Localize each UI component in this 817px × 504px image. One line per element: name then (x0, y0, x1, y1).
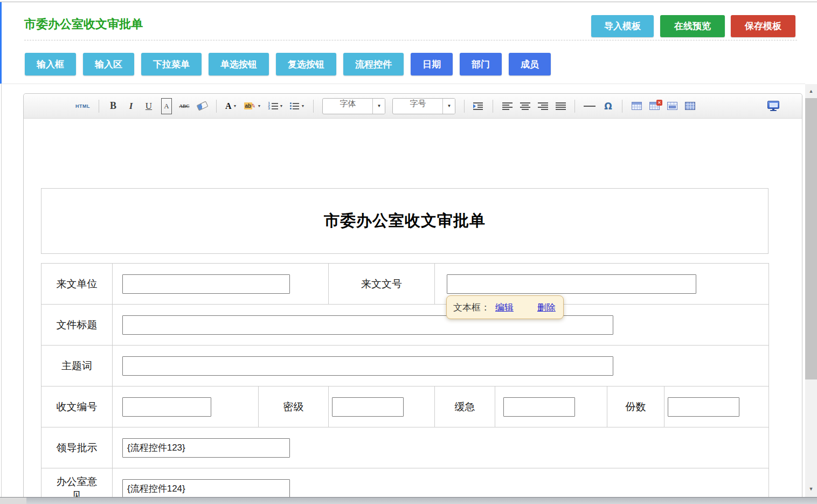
receive-number-cell (113, 386, 259, 427)
character-border-icon[interactable]: A (161, 98, 172, 114)
page-title: 市委办公室收文审批单 (24, 16, 143, 32)
ordered-list-icon[interactable]: 1 2 3 ▼ (268, 98, 283, 114)
add-member-button[interactable]: 成员 (509, 53, 551, 75)
font-color-icon[interactable]: A▼ (225, 98, 237, 114)
copies-label: 份数 (607, 386, 664, 427)
form-title: 市委办公室收文审批单 (324, 210, 486, 232)
special-character-icon[interactable]: Ω (603, 98, 613, 114)
header-divider (0, 84, 805, 84)
toolbar-separator (464, 100, 465, 113)
secrecy-input[interactable] (332, 397, 404, 417)
leader-comment-label: 领导批示 (41, 427, 113, 468)
source-unit-cell (113, 264, 329, 305)
table-properties-icon[interactable] (684, 98, 695, 114)
add-flow-control-button[interactable]: 流程控件 (343, 53, 404, 75)
left-border-line (1, 84, 2, 497)
highlight-color-icon[interactable]: ab✎▼ (244, 98, 261, 114)
chevron-down-icon[interactable]: ▼ (442, 99, 455, 114)
subject-words-label: 主题词 (41, 346, 113, 386)
font-family-select[interactable]: 字体 ▼ (322, 98, 385, 114)
rich-text-editor: HTML B I U A ABC A▼ ab✎▼ 1 2 3 ▼ ▼ 字体 (23, 93, 802, 504)
widget-tooltip: 文本框： 编辑 删除 (446, 295, 564, 319)
scrollbar-thumb[interactable] (805, 98, 817, 379)
doc-title-cell (113, 305, 769, 346)
strikethrough-icon[interactable]: ABC (179, 98, 190, 114)
doc-number-input[interactable] (447, 274, 696, 294)
insert-table-icon[interactable] (631, 98, 642, 114)
table-row: 领导批示 (41, 427, 769, 468)
unordered-list-icon[interactable]: ▼ (290, 98, 304, 114)
table-row: 来文单位 来文文号 (41, 264, 769, 305)
align-left-icon[interactable] (502, 98, 513, 114)
fullscreen-icon[interactable] (767, 101, 779, 111)
add-checkbox-button[interactable]: 复选按钮 (276, 53, 336, 75)
add-date-button[interactable]: 日期 (411, 53, 453, 75)
add-department-button[interactable]: 部门 (460, 53, 502, 75)
save-template-button[interactable]: 保存模板 (731, 15, 795, 37)
toolbar-separator (313, 100, 314, 113)
bottom-edge-bar (0, 497, 817, 504)
import-template-button[interactable]: 导入模板 (591, 15, 654, 37)
urgency-label: 缓急 (435, 386, 495, 427)
toolbar-separator (574, 100, 575, 113)
scrollbar-up-icon[interactable]: ▲ (805, 85, 817, 97)
chevron-down-icon[interactable]: ▼ (372, 99, 385, 114)
align-justify-icon[interactable] (555, 98, 566, 114)
doc-number-label: 来文文号 (329, 264, 435, 305)
secrecy-label: 密级 (259, 386, 329, 427)
widget-button-row: 输入框 输入区 下拉菜单 单选按钮 复选按钮 流程控件 日期 部门 成员 (25, 53, 551, 75)
add-dropdown-button[interactable]: 下拉菜单 (141, 53, 202, 75)
tooltip-label: 文本框： (453, 301, 490, 314)
doc-title-label: 文件标题 (41, 305, 113, 346)
align-right-icon[interactable] (537, 98, 548, 114)
toolbar-separator (99, 100, 99, 113)
vertical-scrollbar[interactable]: ▲ ▼ (805, 84, 817, 497)
source-unit-input[interactable] (122, 274, 290, 294)
editor-toolbar: HTML B I U A ABC A▼ ab✎▼ 1 2 3 ▼ ▼ 字体 (24, 94, 802, 119)
italic-icon[interactable]: I (126, 98, 136, 114)
editor-document[interactable]: 市委办公室收文审批单 来文单位 来文文号 文件标题 主题词 收文 (24, 119, 802, 504)
urgency-cell (495, 386, 607, 427)
font-size-select[interactable]: 字号 ▼ (392, 98, 455, 114)
scrollbar-corner (0, 498, 26, 504)
toolbar-separator (216, 100, 217, 113)
subject-words-input[interactable] (122, 356, 613, 376)
leader-comment-input[interactable] (122, 438, 290, 458)
edit-link[interactable]: 编辑 (495, 301, 514, 314)
table-row: 主题词 (41, 346, 769, 386)
add-textarea-button[interactable]: 输入区 (83, 53, 134, 75)
toolbar-separator (622, 100, 622, 113)
html-source-icon[interactable]: HTML (75, 98, 90, 114)
toolbar-separator (493, 100, 493, 113)
copies-cell (664, 386, 769, 427)
table-row: 收文编号 密级 缓急 份数 (41, 386, 769, 427)
receive-number-label: 收文编号 (41, 386, 113, 427)
delete-link[interactable]: 删除 (537, 301, 556, 314)
urgency-input[interactable] (503, 397, 575, 417)
indent-icon[interactable] (473, 98, 484, 114)
secrecy-cell (329, 386, 435, 427)
source-unit-label: 来文单位 (41, 264, 113, 305)
align-center-icon[interactable] (520, 98, 530, 114)
bold-icon[interactable]: B (108, 98, 119, 114)
header: 市委办公室收文审批单 导入模板 在线预览 保存模板 输入框 输入区 下拉菜单 单… (2, 2, 817, 84)
table-row: 文件标题 (41, 305, 769, 346)
office-opinion-input[interactable] (122, 479, 290, 499)
form-table: 来文单位 来文文号 文件标题 主题词 收文编号 密级 缓急 份数 (41, 263, 769, 504)
add-input-box-button[interactable]: 输入框 (25, 53, 76, 75)
dashed-separator (24, 40, 797, 40)
horizontal-rule-icon[interactable] (584, 98, 596, 114)
scrollbar-down-icon[interactable]: ▼ (805, 483, 817, 495)
receive-number-input[interactable] (122, 397, 211, 417)
form-title-box: 市委办公室收文审批单 (41, 188, 768, 254)
subject-words-cell (113, 346, 769, 386)
cell-properties-icon[interactable] (667, 98, 677, 114)
add-radio-button[interactable]: 单选按钮 (209, 53, 269, 75)
delete-table-icon[interactable] (649, 98, 660, 114)
remove-format-eraser-icon[interactable] (197, 98, 207, 114)
underline-icon[interactable]: U (143, 98, 154, 114)
leader-comment-cell (113, 427, 769, 468)
online-preview-button[interactable]: 在线预览 (660, 15, 725, 37)
copies-input[interactable] (668, 397, 739, 417)
